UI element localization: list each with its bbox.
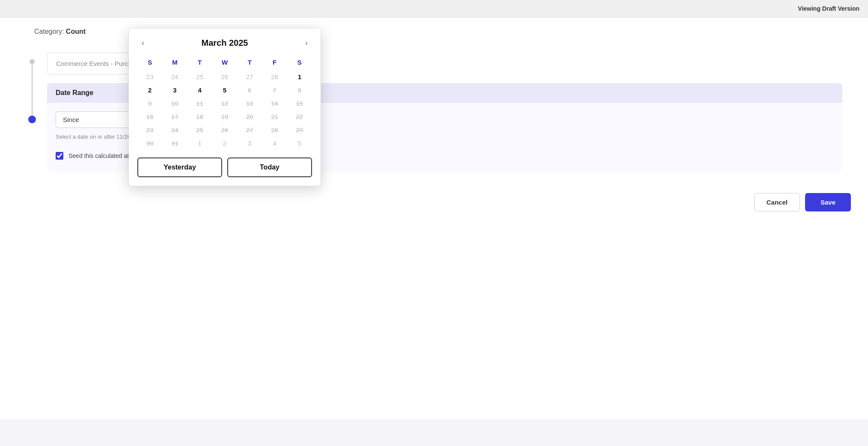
action-row: Cancel Save [0, 193, 868, 211]
calendar-day[interactable]: 1 [287, 70, 312, 83]
seed-checkbox[interactable] [56, 152, 63, 160]
calendar-day[interactable]: 24 [162, 123, 187, 137]
calendar-day[interactable]: 2 [212, 137, 237, 150]
since-label: Since [63, 116, 79, 123]
calendar-day[interactable]: 26 [212, 70, 237, 83]
day-header-t2: T [237, 56, 262, 70]
quick-buttons: Yesterday Today [137, 158, 312, 177]
calendar-day[interactable]: 5 [212, 83, 237, 97]
calendar-day[interactable]: 22 [287, 110, 312, 123]
calendar-week-4: 23242526272829 [137, 123, 312, 137]
calendar-day[interactable]: 19 [212, 110, 237, 123]
calendar-week-1: 2345678 [137, 83, 312, 97]
top-banner: Viewing Draft Version [0, 0, 868, 18]
day-header-t1: T [187, 56, 212, 70]
calendar-day[interactable]: 6 [237, 83, 262, 97]
calendar-header: ‹ March 2025 › [137, 37, 312, 49]
calendar-day[interactable]: 17 [162, 110, 187, 123]
calendar-day[interactable]: 9 [137, 97, 162, 110]
day-header-f: F [262, 56, 287, 70]
next-month-button[interactable]: › [301, 37, 312, 49]
calendar-day[interactable]: 25 [187, 123, 212, 137]
day-header-s1: S [137, 56, 162, 70]
timeline-dot-large [28, 116, 36, 123]
calendar-day[interactable]: 8 [287, 83, 312, 97]
calendar-day[interactable]: 18 [187, 110, 212, 123]
calendar-day[interactable]: 14 [262, 97, 287, 110]
left-timeline [26, 53, 39, 172]
banner-text: Viewing Draft Version [798, 5, 859, 12]
prev-month-button[interactable]: ‹ [137, 37, 149, 49]
calendar-day[interactable]: 23 [137, 123, 162, 137]
calendar-popup: ‹ March 2025 › S M T W T F S 23242526272… [128, 28, 321, 186]
calendar-day[interactable]: 12 [212, 97, 237, 110]
calendar-day[interactable]: 13 [237, 97, 262, 110]
calendar-day[interactable]: 27 [237, 123, 262, 137]
calendar-day[interactable]: 4 [187, 83, 212, 97]
calendar-day[interactable]: 23 [137, 70, 162, 83]
calendar-day[interactable]: 24 [162, 70, 187, 83]
calendar-week-3: 16171819202122 [137, 110, 312, 123]
calendar-week-0: 2324252627281 [137, 70, 312, 83]
calendar-day[interactable]: 28 [262, 70, 287, 83]
timeline-vert-line [32, 64, 33, 116]
calendar-day[interactable]: 1 [187, 137, 212, 150]
calendar-day[interactable]: 31 [162, 137, 187, 150]
save-button[interactable]: Save [805, 193, 851, 211]
cancel-button[interactable]: Cancel [754, 193, 800, 211]
page-wrapper: Viewing Draft Version Category: Count Co… [0, 0, 868, 419]
calendar-week-2: 9101112131415 [137, 97, 312, 110]
calendar-day[interactable]: 16 [137, 110, 162, 123]
timeline-dot-small [30, 59, 35, 64]
today-button[interactable]: Today [227, 158, 312, 177]
day-header-w: W [212, 56, 237, 70]
yesterday-button[interactable]: Yesterday [137, 158, 222, 177]
calendar-title: March 2025 [202, 38, 248, 48]
category-value: Count [66, 28, 86, 35]
calendar-day[interactable]: 26 [212, 123, 237, 137]
calendar-week-5: 303112345 [137, 137, 312, 150]
calendar-day[interactable]: 27 [237, 70, 262, 83]
calendar-day[interactable]: 10 [162, 97, 187, 110]
calendar-day[interactable]: 7 [262, 83, 287, 97]
calendar-day-headers: S M T W T F S [137, 56, 312, 70]
calendar-day[interactable]: 28 [262, 123, 287, 137]
calendar-day[interactable]: 5 [287, 137, 312, 150]
calendar-day[interactable]: 15 [287, 97, 312, 110]
calendar-day[interactable]: 21 [262, 110, 287, 123]
calendar-day[interactable]: 3 [237, 137, 262, 150]
calendar-day[interactable]: 20 [237, 110, 262, 123]
calendar-day[interactable]: 3 [162, 83, 187, 97]
calendar-day[interactable]: 4 [262, 137, 287, 150]
day-header-s2: S [287, 56, 312, 70]
calendar-day[interactable]: 29 [287, 123, 312, 137]
calendar-body: 2324252627281234567891011121314151617181… [137, 70, 312, 150]
calendar-grid: S M T W T F S 23242526272812345678910111… [137, 56, 312, 150]
calendar-day[interactable]: 25 [187, 70, 212, 83]
calendar-day[interactable]: 11 [187, 97, 212, 110]
calendar-day[interactable]: 2 [137, 83, 162, 97]
calendar-day[interactable]: 30 [137, 137, 162, 150]
day-header-m: M [162, 56, 187, 70]
